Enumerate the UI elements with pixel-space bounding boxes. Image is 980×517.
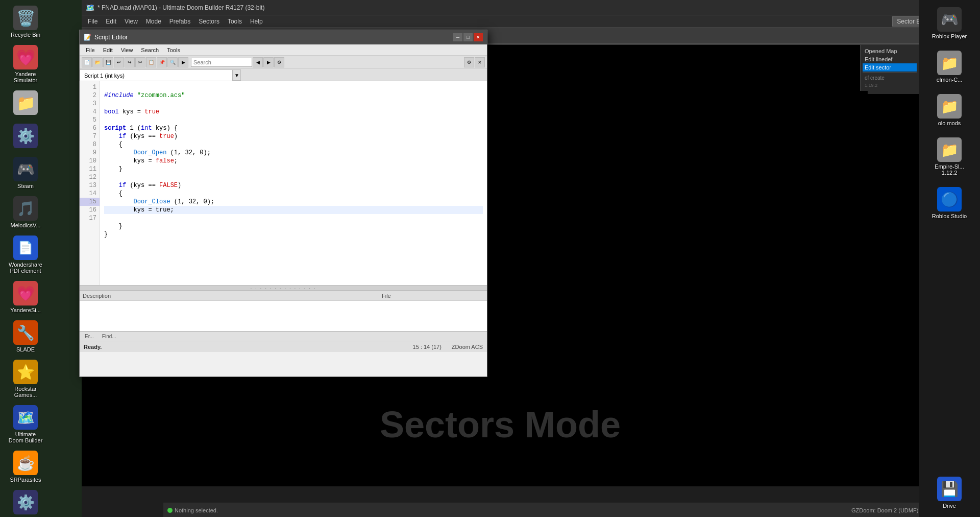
- menu-help[interactable]: Help: [246, 17, 267, 26]
- se-tb-undo[interactable]: ↩: [114, 57, 124, 67]
- se-btab-find[interactable]: Find...: [99, 334, 119, 339]
- se-tb-find[interactable]: 🔍: [167, 57, 178, 67]
- se-menu-edit[interactable]: Edit: [99, 46, 117, 54]
- se-search-input[interactable]: [191, 58, 252, 67]
- desktop-icon-wondershare[interactable]: 📄 WondersharePDFelement: [3, 232, 48, 277]
- udb-menubar: File Edit View Mode Prefabs Sectors Tool…: [82, 15, 980, 28]
- status-engine: GZDoom: Doom 2 (UDMF): [851, 507, 918, 513]
- se-titlebar: 📝 Script Editor ─ □ ✕: [80, 30, 487, 44]
- se-code-area[interactable]: 1 2 3 4 5 6 7 8 9 10 11 12 13 14 15 16 1…: [80, 81, 487, 286]
- desktop-icon-melodics[interactable]: 🎵 MelodicsV...: [3, 193, 48, 231]
- undo-edit-linedef[interactable]: Edit linedef: [863, 55, 917, 63]
- udb-title: * FNAD.wad (MAP01) - Ultimate Doom Build…: [97, 4, 938, 11]
- desktop-icon-folder[interactable]: 📁: [3, 87, 48, 120]
- se-maximize-button[interactable]: □: [463, 33, 473, 41]
- se-tb-copy[interactable]: 📋: [146, 57, 156, 67]
- desktop-icon-srparasites[interactable]: ☕ SRParasites: [3, 448, 48, 486]
- menu-view[interactable]: View: [120, 17, 142, 26]
- menu-file[interactable]: File: [84, 17, 102, 26]
- se-toolbar: 📄 📂 💾 ↩ ↪ ✂ 📋 📌 🔍 ▶ ◀ ▶ ⚙ ⚙ ✕: [80, 56, 487, 69]
- se-tb-cut[interactable]: ✂: [135, 57, 145, 67]
- se-output-desc-col: Description: [83, 293, 382, 299]
- menu-prefabs[interactable]: Prefabs: [165, 17, 194, 26]
- desktop-icon-recycle-bin[interactable]: 🗑️ Recycle Bin: [3, 3, 48, 41]
- se-output-panel: Description File: [80, 291, 487, 332]
- se-status-ready: Ready.: [84, 344, 102, 350]
- udb-statusbar: Nothing selected. GZDoom: Doom 2 (UDMF) …: [163, 503, 980, 517]
- se-btab-errors[interactable]: Er...: [82, 334, 97, 339]
- undo-edit-sector[interactable]: Edit sector: [863, 63, 917, 72]
- se-menu-tools[interactable]: Tools: [163, 46, 184, 54]
- undo-of-create: of create: [863, 74, 917, 82]
- se-tb-paste[interactable]: 📌: [157, 57, 167, 67]
- se-window-controls: ─ □ ✕: [453, 33, 483, 41]
- se-menu-view[interactable]: View: [117, 46, 137, 54]
- desktop-icon-ce[interactable]: ⚙️: [3, 121, 48, 153]
- desktop-icon-roblox-studio[interactable]: 🔵 Roblox Studio: [926, 184, 972, 222]
- undo-panel: Opened Map Edit linedef Edit sector of c…: [860, 45, 919, 91]
- se-tb-save[interactable]: 💾: [103, 57, 113, 67]
- desktop-icon-slade[interactable]: 🔧 SLADE: [3, 317, 48, 356]
- menu-sectors[interactable]: Sectors: [194, 17, 224, 26]
- se-resize-handle[interactable]: · · · · · · · · · · · · · ·: [80, 286, 487, 291]
- menu-mode[interactable]: Mode: [142, 17, 165, 26]
- se-menu-search[interactable]: Search: [137, 46, 163, 54]
- desktop-icon-drive[interactable]: 💾 Drive: [926, 474, 972, 512]
- se-tab-script1[interactable]: Script 1 (int kys): [80, 69, 233, 81]
- right-desktop-icons: 🎮 Roblox Player 📁 elmon-C... 📁 olo mods …: [919, 0, 980, 517]
- status-dot: [167, 508, 173, 513]
- desktop-icon-olo-mods[interactable]: 📁 olo mods: [926, 91, 972, 129]
- se-status-language: ZDoom ACS: [452, 344, 483, 350]
- se-status-position: 15 : 14 (17): [413, 344, 442, 350]
- menu-edit[interactable]: Edit: [102, 17, 120, 26]
- se-tb-open[interactable]: 📂: [92, 57, 103, 67]
- desktop-icons-left: 🗑️ Recycle Bin 💗 YandereSimulator 📁 ⚙️ 🎮…: [0, 0, 82, 460]
- udb-titlebar: 🗺️ * FNAD.wad (MAP01) - Ultimate Doom Bu…: [82, 0, 980, 15]
- se-tabbar: Script 1 (int kys) ▼: [80, 69, 487, 81]
- se-tb-close-tab[interactable]: ✕: [475, 57, 485, 67]
- desktop-icon-udb[interactable]: 🗺️ UltimateDoom Builder: [3, 402, 48, 447]
- se-close-button[interactable]: ✕: [474, 33, 483, 41]
- se-menu-file[interactable]: File: [82, 46, 99, 54]
- desktop-icon-roblox-player[interactable]: 🎮 Roblox Player: [926, 4, 972, 42]
- se-tb-search-next[interactable]: ▶: [263, 57, 274, 67]
- se-menubar: File Edit View Search Tools: [80, 44, 487, 56]
- se-tb-redo[interactable]: ↪: [125, 57, 135, 67]
- se-tb-compile[interactable]: ▶: [178, 57, 188, 67]
- desktop-icon-steam[interactable]: 🎮 Steam: [3, 154, 48, 192]
- status-nothing-selected: Nothing selected.: [167, 507, 218, 513]
- se-output-content: [80, 301, 487, 305]
- se-statusbar: Ready. 15 : 14 (17) ZDoom ACS: [80, 341, 487, 352]
- desktop-icon-yandere[interactable]: 💗 YandereSimulator: [3, 42, 48, 86]
- desktop-icon-yandere2[interactable]: 💗 YandereSi...: [3, 278, 48, 316]
- se-tab-arrow[interactable]: ▼: [233, 69, 241, 81]
- desktop-icon-elmon[interactable]: 📁 elmon-C...: [926, 48, 972, 86]
- script-editor-window: 📝 Script Editor ─ □ ✕ File Edit View Sea…: [79, 30, 487, 377]
- menu-tools[interactable]: Tools: [224, 17, 246, 26]
- se-output-file-col: File: [382, 293, 484, 299]
- desktop-icon-empire[interactable]: 📁 Empire-Sl...1.12.2: [926, 134, 972, 179]
- se-tb-settings[interactable]: ⚙: [464, 57, 474, 67]
- sectors-mode-text: Sectors Mode: [380, 404, 621, 445]
- desktop-icon-rockstar[interactable]: ⭐ RockstarGames...: [3, 357, 48, 401]
- se-tb-new[interactable]: 📄: [82, 57, 92, 67]
- undo-opened-map[interactable]: Opened Map: [863, 47, 917, 55]
- se-bottom-tabs: Er... Find...: [80, 332, 487, 341]
- se-title: Script Editor: [94, 34, 453, 41]
- se-tb-search-prev[interactable]: ◀: [253, 57, 263, 67]
- desktop-icon-whereami[interactable]: ⚙️ Where am i: [3, 487, 48, 517]
- se-output-header: Description File: [80, 291, 487, 301]
- se-code-content[interactable]: #include "zcommon.acs" bool kys = true s…: [100, 81, 487, 285]
- se-minimize-button[interactable]: ─: [453, 33, 462, 41]
- se-resize-dots: · · · · · · · · · · · · · ·: [250, 286, 316, 291]
- se-tb-search-opt[interactable]: ⚙: [274, 57, 284, 67]
- undo-separator: [863, 73, 917, 73]
- undo-version: 1.19.2: [863, 82, 917, 89]
- se-line-numbers: 1 2 3 4 5 6 7 8 9 10 11 12 13 14 15 16 1…: [80, 81, 100, 285]
